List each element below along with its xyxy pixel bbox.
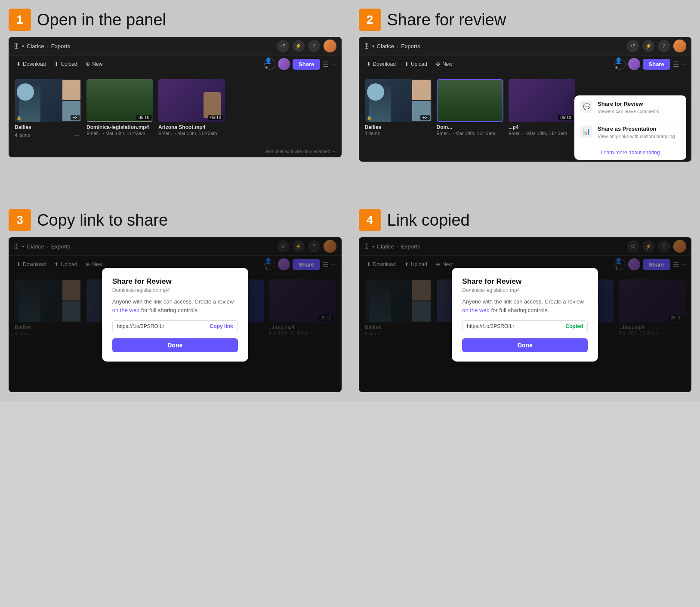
step-1-header: 1 Open in the panel: [9, 9, 342, 31]
step-2-title: Share for review: [387, 11, 506, 29]
add-user-icon[interactable]: 👤+: [264, 58, 275, 70]
chevron-down-icon: ▾: [22, 44, 24, 49]
folder-dailies-2[interactable]: +2 🔒 Dailies 4 items: [365, 79, 432, 136]
share-for-review-option[interactable]: 💬 Share for Review Viewers can leave com…: [574, 95, 686, 120]
plus-icon-2: ⊕: [436, 61, 440, 67]
list-view-icon[interactable]: ☰: [323, 60, 329, 68]
learn-more-link[interactable]: Learn more about sharing: [574, 145, 686, 160]
plus-icon: ⊕: [86, 61, 90, 67]
step-3: 3 Copy link to share 🗄 ▾ Clarice › Expor…: [0, 200, 350, 401]
chat-icon: 💬: [580, 101, 592, 113]
avatar-1: [324, 40, 336, 52]
video-dominica-2[interactable]: Dom... Emer... · Mar 18th, 11:42am: [437, 79, 503, 136]
video-2-meta: Emer... · Mar 18th, 11:42am: [158, 131, 225, 136]
share-button-2[interactable]: Share: [643, 59, 670, 70]
db-icon: 🗄: [14, 43, 19, 49]
step-4-header: 4 Link copied: [359, 209, 692, 231]
help-icon-2[interactable]: ?: [658, 40, 670, 52]
video-1-thumb-2: [437, 79, 503, 122]
step-2-header: 2 Share for review: [359, 9, 692, 31]
step-1-number: 1: [9, 9, 31, 31]
video-arizona-2[interactable]: 05:10 ...p4 Emer... · Mar 18th, 11:42am: [509, 79, 575, 136]
step-4-title: Link copied: [387, 211, 470, 230]
upload-icon: ⬆: [54, 61, 59, 67]
refresh-icon[interactable]: ↺: [277, 40, 289, 52]
folder-label: Dailies: [15, 124, 81, 130]
share-as-presentation-option[interactable]: 📊 Share as Presentation View-only links …: [574, 120, 686, 145]
folder-thumb-img: +2 🔒: [15, 79, 81, 122]
download-icon-2: ⬇: [367, 61, 371, 67]
modal-link-3[interactable]: on the web: [112, 307, 140, 313]
toolbar-2: ⬇ Download ⬆ Upload ⊕ New 👤+ Share ☰ ···: [359, 55, 692, 73]
modal-body-4: Anyone with the link can access. Create …: [462, 297, 588, 314]
video-2-meta-2: Emer... · Mar 18th, 11:42am: [509, 131, 575, 136]
video-1-duration: 05:10: [136, 115, 151, 120]
breadcrumb-folder-2: Exports: [401, 43, 420, 49]
breadcrumb-1: 🗄 ▾ Clarice › Exports: [14, 43, 70, 49]
share-modal-3: Share for Review Dominica-legislation.mp…: [102, 268, 248, 362]
footer-text: Ent user w/ invite only enabled →: [9, 145, 342, 157]
breadcrumb-sep-2: ›: [397, 43, 398, 49]
link-url-4: https://f.io/3PSROILr: [467, 323, 562, 329]
folder-dailies[interactable]: +2 🔒 Dailies 4 items ···: [15, 79, 81, 139]
upload-icon-2: ⬆: [404, 61, 409, 67]
video-1-label: Dominica-legislation.mp4: [86, 124, 153, 130]
thumb-big: [15, 79, 62, 122]
folder-meta: 4 items ···: [15, 131, 81, 139]
download-button-2[interactable]: ⬇ Download: [363, 59, 399, 69]
lock-icon-2: 🔒: [367, 116, 372, 120]
upload-button[interactable]: ⬆ Upload: [51, 59, 80, 69]
video-1-meta-2: Emer... · Mar 18th, 11:42am: [437, 131, 503, 136]
video-1-label-2: Dom...: [437, 124, 503, 130]
step-4-number: 4: [359, 209, 381, 231]
share-review-text: Share for Review Viewers can leave comme…: [598, 101, 659, 115]
done-button-4[interactable]: Done: [462, 338, 588, 352]
video-1-meta: Emer... · Mar 18th, 11:42am: [86, 131, 153, 136]
db-icon-2: 🗄: [364, 43, 370, 49]
new-button-2[interactable]: ⊕ New: [432, 59, 456, 69]
modal-overlay-3: Share for Review Dominica-legislation.mp…: [9, 237, 342, 392]
video-1-thumb: 05:10: [86, 79, 153, 122]
modal-title-3: Share for Review: [112, 277, 238, 286]
more-icon[interactable]: ···: [331, 60, 337, 68]
video-arizona[interactable]: 05:10 Arizona Shoot.mp4 Emer... · Mar 18…: [158, 79, 225, 136]
step-1-title: Open in the panel: [37, 11, 166, 29]
done-button-3[interactable]: Done: [112, 338, 238, 352]
add-user-icon-2[interactable]: 👤+: [614, 58, 626, 70]
toolbar-right-2: 👤+ Share ☰ ···: [614, 58, 687, 70]
help-icon[interactable]: ?: [308, 40, 320, 52]
step-1-panel: 🗄 ▾ Clarice › Exports ↺ ⚡ ? ⬇ Download: [9, 37, 342, 157]
copy-link-button[interactable]: Copy link: [210, 323, 233, 329]
breadcrumb-folder: Exports: [51, 43, 70, 49]
content-area-1: +2 🔒 Dailies 4 items ··· 05:10: [9, 73, 342, 145]
lightning-icon-2[interactable]: ⚡: [642, 40, 654, 52]
toolbar-avatar: [278, 58, 290, 70]
video-2-thumb-2: 05:10: [509, 79, 575, 122]
folder-label-2: Dailies: [365, 124, 432, 130]
breadcrumb-2: 🗄 ▾ Clarice › Exports: [364, 43, 420, 49]
folder-dots-btn[interactable]: ···: [73, 131, 81, 139]
video-2-label: Arizona Shoot.mp4: [158, 124, 225, 130]
refresh-icon-2[interactable]: ↺: [627, 40, 639, 52]
video-dominica[interactable]: 05:10 Dominica-legislation.mp4 Emer... ·…: [86, 79, 153, 136]
download-button[interactable]: ⬇ Download: [13, 59, 49, 69]
download-icon: ⬇: [16, 61, 21, 67]
new-button[interactable]: ⊕ New: [82, 59, 106, 69]
link-row-3: https://f.io/3PSROILr Copy link: [112, 320, 238, 332]
list-view-icon-2[interactable]: ☰: [673, 60, 679, 68]
breadcrumb-sep: ›: [46, 43, 48, 49]
step-3-title: Copy link to share: [37, 211, 168, 230]
step-3-header: 3 Copy link to share: [9, 209, 342, 231]
video-2-thumb: 05:10: [158, 79, 225, 122]
lightning-icon[interactable]: ⚡: [293, 40, 305, 52]
modal-link-4[interactable]: on the web: [462, 307, 490, 313]
link-row-4: https://f.io/3PSROILr Copied: [462, 320, 588, 332]
share-button[interactable]: Share: [293, 59, 320, 70]
toolbar-right-1: 👤+ Share ☰ ···: [264, 58, 337, 70]
avatar-2: [673, 40, 686, 52]
step-3-number: 3: [9, 209, 31, 231]
more-icon-2[interactable]: ···: [681, 60, 687, 68]
breadcrumb-user-2: Clarice: [377, 43, 394, 49]
modal-subtitle-3: Dominica-legislation.mp4: [112, 287, 238, 293]
upload-button-2[interactable]: ⬆ Upload: [401, 59, 431, 69]
